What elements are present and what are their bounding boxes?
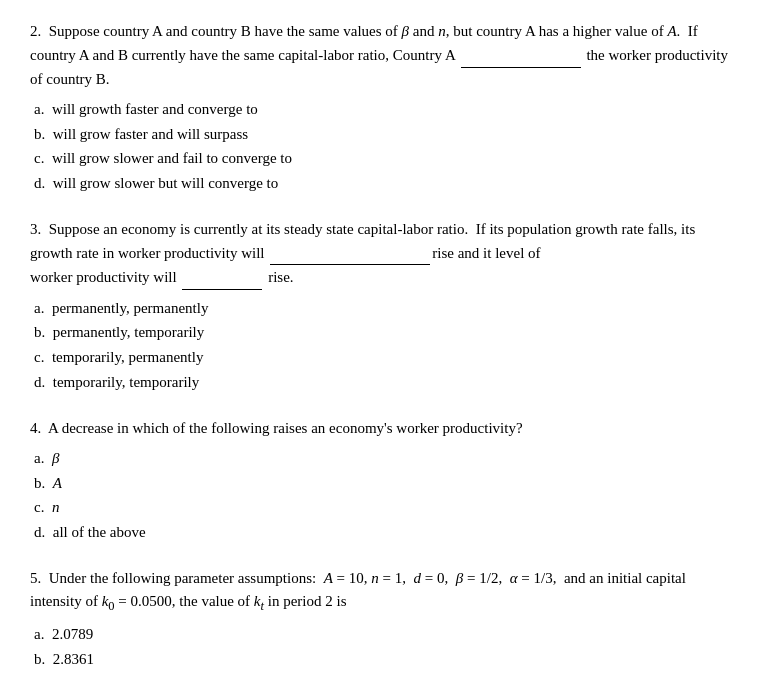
q4-choice-d: d. all of the above xyxy=(34,520,735,545)
question-4-text: 4. A decrease in which of the following … xyxy=(30,417,735,440)
question-5: 5. Under the following parameter assumpt… xyxy=(30,567,735,675)
q2-number: 2. Suppose country A and country B have … xyxy=(30,23,728,87)
question-3: 3. Suppose an economy is currently at it… xyxy=(30,218,735,395)
q4-choice-a: a. β xyxy=(34,446,735,471)
question-3-text: 3. Suppose an economy is currently at it… xyxy=(30,218,735,290)
q3-choice-b: b. permanently, temporarily xyxy=(34,320,735,345)
q4-choice-c: c. n xyxy=(34,495,735,520)
question-2: 2. Suppose country A and country B have … xyxy=(30,20,735,196)
q4-choice-b: b. A xyxy=(34,471,735,496)
q5-choice-b: b. 2.8361 xyxy=(34,647,735,672)
q2-choice-a: a. will growth faster and converge to xyxy=(34,97,735,122)
q3-choice-d: d. temporarily, temporarily xyxy=(34,370,735,395)
q5-choice-a: a. 2.0789 xyxy=(34,622,735,647)
q2-choice-d: d. will grow slower but will converge to xyxy=(34,171,735,196)
q2-choice-b: b. will grow faster and will surpass xyxy=(34,122,735,147)
q3-choice-c: c. temporarily, permanently xyxy=(34,345,735,370)
question-2-text: 2. Suppose country A and country B have … xyxy=(30,20,735,91)
q5-choices: a. 2.0789 b. 2.8361 c. 3.3127 d. 6.6667 xyxy=(34,622,735,675)
q3-choices: a. permanently, permanently b. permanent… xyxy=(34,296,735,395)
q2-choice-c: c. will grow slower and fail to converge… xyxy=(34,146,735,171)
q4-choices: a. β b. A c. n d. all of the above xyxy=(34,446,735,545)
question-4: 4. A decrease in which of the following … xyxy=(30,417,735,545)
q3-choice-a: a. permanently, permanently xyxy=(34,296,735,321)
question-5-text: 5. Under the following parameter assumpt… xyxy=(30,567,735,617)
q2-choices: a. will growth faster and converge to b.… xyxy=(34,97,735,196)
